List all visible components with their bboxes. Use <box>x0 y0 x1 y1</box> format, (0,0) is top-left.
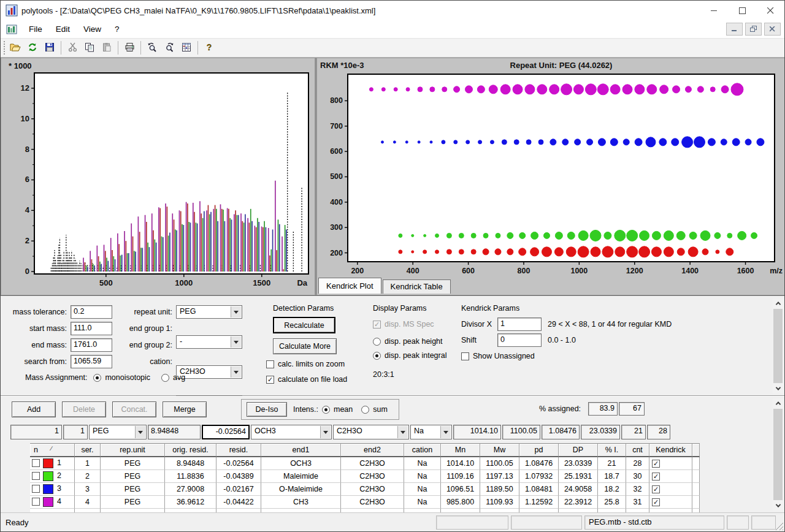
chevron-down-icon[interactable] <box>440 426 451 438</box>
recalculate-button[interactable]: Recalculate <box>273 317 335 333</box>
intens-mean-radio[interactable] <box>322 406 330 414</box>
kendrick-checkbox[interactable]: ✓ <box>652 498 660 506</box>
avg-radio[interactable] <box>161 374 169 382</box>
calc-limits-checkbox[interactable] <box>266 360 274 368</box>
edit-field-11[interactable]: 23.0339 <box>581 425 620 439</box>
edit-field-10[interactable]: 1.08476 <box>542 425 580 439</box>
disp-peak-height-radio[interactable] <box>373 338 381 346</box>
row-select-checkbox[interactable] <box>32 485 40 493</box>
toolbar-refresh-button[interactable] <box>25 40 40 56</box>
column-header-end1[interactable]: end1 <box>261 443 341 457</box>
ms-spectrum-chart[interactable]: * 100002468101250010001500Da <box>1 58 315 295</box>
param-dropdown-1[interactable]: - <box>176 335 242 349</box>
column-header-orig-resid-[interactable]: orig. resid. <box>165 443 216 457</box>
chevron-down-icon[interactable] <box>397 426 408 438</box>
kendrick-panel[interactable]: Repeat Unit: PEG (44.0262)RKM *10e-32003… <box>316 58 785 295</box>
scroll-up-icon[interactable] <box>773 398 783 408</box>
scroll-down-icon[interactable] <box>773 384 783 393</box>
toolbar-copy-button[interactable] <box>82 40 98 56</box>
chevron-down-icon[interactable] <box>320 426 331 438</box>
param-input-0[interactable]: 0.2 <box>71 305 112 319</box>
disp-ms-spec-checkbox[interactable]: ✓ <box>373 321 381 329</box>
shift-input[interactable]: 0 <box>497 333 542 347</box>
column-header-spacer[interactable] <box>692 443 700 457</box>
menu-item-file[interactable]: File <box>22 20 49 38</box>
chevron-down-icon[interactable] <box>231 306 241 317</box>
scroll-down-icon[interactable] <box>773 501 783 511</box>
column-header--i-[interactable]: % I. <box>598 443 626 457</box>
edit-field-9[interactable]: 1100.05 <box>502 425 540 439</box>
params-scrollbar[interactable] <box>773 298 783 393</box>
column-header-end2[interactable]: end2 <box>341 443 404 457</box>
table-row[interactable]: 33PEG27.9008-0.02167O-MaleimideC2H3ONa10… <box>30 483 700 496</box>
toolbar-zoom-prev-button[interactable] <box>144 40 160 56</box>
chevron-down-icon[interactable] <box>231 367 241 378</box>
column-header-n[interactable]: n∕ <box>30 443 75 457</box>
calc-on-load-checkbox[interactable]: ✓ <box>266 376 274 384</box>
toolbar-peak-table-button[interactable] <box>178 40 194 56</box>
edit-field-12[interactable]: 21 <box>621 425 646 439</box>
column-header-pd[interactable]: pd <box>519 443 559 457</box>
toolbar-help-button[interactable]: ? <box>201 40 217 56</box>
disp-peak-integral-radio[interactable] <box>373 352 381 360</box>
row-select-checkbox[interactable] <box>32 472 40 480</box>
calculate-more-button[interactable]: Calculate More <box>273 338 337 354</box>
scrollbar-thumb[interactable] <box>773 409 783 500</box>
edit-field-3[interactable]: 8.94848 <box>148 425 201 439</box>
toolbar-cut-button[interactable] <box>64 40 80 56</box>
scroll-up-icon[interactable] <box>773 298 783 308</box>
series-scrollbar[interactable] <box>773 398 783 511</box>
column-header-kendrick[interactable]: Kendrick <box>649 443 692 457</box>
kendrick-plot-chart[interactable]: Repeat Unit: PEG (44.0262)RKM *10e-32003… <box>317 58 785 277</box>
minimize-button[interactable] <box>700 1 728 20</box>
mdi-minimize-button[interactable] <box>726 23 743 36</box>
table-row[interactable]: 11PEG8.94848-0.02564OCH3C2H3ONa1014.1011… <box>30 457 700 470</box>
kendrick-checkbox[interactable]: ✓ <box>652 460 660 468</box>
menu-item-help[interactable]: ? <box>108 20 126 38</box>
mdi-close-button[interactable] <box>764 23 781 36</box>
edit-field-1[interactable]: 1 <box>63 425 88 439</box>
column-header-cation[interactable]: cation <box>404 443 441 457</box>
edit-field-2-dropdown[interactable]: PEG <box>89 425 147 439</box>
close-button[interactable] <box>756 1 784 20</box>
scrollbar-thumb[interactable] <box>773 309 783 383</box>
intens-sum-radio[interactable] <box>361 406 369 414</box>
toolbar-paste-button[interactable] <box>99 40 115 56</box>
toolbar-zoom-next-button[interactable] <box>161 40 177 56</box>
kendrick-checkbox[interactable]: ✓ <box>652 485 660 493</box>
param-input-2[interactable]: 1761.0 <box>71 338 112 352</box>
table-row[interactable]: 22PEG11.8836-0.04389MaleimideC2H3ONa1109… <box>30 470 700 483</box>
maximize-button[interactable] <box>728 1 756 20</box>
mdi-restore-button[interactable] <box>745 23 762 36</box>
column-header-ser-[interactable]: ser. <box>75 443 101 457</box>
toolbar-open-button[interactable] <box>7 40 23 56</box>
toolbar-print-button[interactable] <box>121 40 137 56</box>
row-select-checkbox[interactable] <box>32 459 40 467</box>
menu-item-view[interactable]: View <box>77 20 108 38</box>
toolbar-save-button[interactable] <box>42 40 58 56</box>
edit-field-8[interactable]: 1014.10 <box>453 425 501 439</box>
menu-item-edit[interactable]: Edit <box>49 20 77 38</box>
edit-field-7-dropdown[interactable]: Na <box>410 425 452 439</box>
resize-grip[interactable] <box>775 522 783 530</box>
tab-kendrick-plot[interactable]: Kendrick Plot <box>318 278 381 294</box>
kendrick-checkbox[interactable]: ✓ <box>652 473 660 481</box>
tab-kendrick-table[interactable]: Kendrick Table <box>383 279 451 294</box>
column-header-mn[interactable]: Mn <box>441 443 480 457</box>
merge-button[interactable]: Merge <box>163 401 207 417</box>
monoisotopic-radio[interactable] <box>93 374 101 382</box>
edit-field-0[interactable]: 1 <box>10 425 62 439</box>
param-dropdown-2[interactable]: C2H3O <box>176 365 242 379</box>
column-header-rep-unit[interactable]: rep.unit <box>101 443 165 457</box>
edit-field-4[interactable]: -0.02564 <box>202 425 250 439</box>
column-header-resid-[interactable]: resid. <box>216 443 261 457</box>
column-header-dp[interactable]: DP <box>559 443 598 457</box>
chevron-down-icon[interactable] <box>231 336 241 348</box>
param-dropdown-0[interactable]: PEG <box>176 305 242 319</box>
edit-field-13[interactable]: 28 <box>647 425 670 439</box>
divisor-input[interactable]: 1 <box>497 317 542 331</box>
ms-spectrum-panel[interactable]: * 100002468101250010001500Da <box>1 58 315 295</box>
show-unassigned-checkbox[interactable] <box>461 352 469 360</box>
add-button[interactable]: Add <box>12 401 56 417</box>
row-select-checkbox[interactable] <box>32 498 40 506</box>
